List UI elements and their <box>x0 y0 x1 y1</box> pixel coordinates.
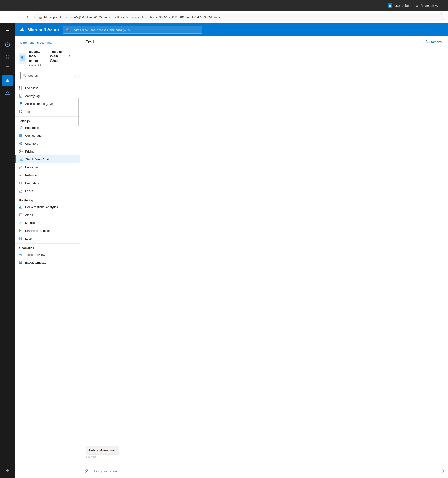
monitoring-section-header: Monitoring <box>15 196 80 203</box>
svg-point-42 <box>19 175 20 176</box>
test-web-chat-label: Test in Web Chat <box>26 158 49 161</box>
sidebar-item-configuration[interactable]: Configuration <box>15 132 80 139</box>
tags-label: Tags <box>25 110 32 113</box>
refresh-icon <box>424 40 428 44</box>
sidebar-item-logs[interactable]: Logs <box>15 235 80 243</box>
more-options-icon[interactable]: ··· <box>73 54 76 58</box>
channels-icon <box>19 141 23 145</box>
sidebar-item-test-in-web-chat[interactable]: Test in Web Chat <box>15 155 80 163</box>
favorite-icon[interactable]: ☆ <box>68 54 71 58</box>
azure-header-title: Microsoft Azure <box>27 27 59 32</box>
breadcrumb-current[interactable]: openai-bot-mma <box>30 41 52 44</box>
svg-rect-62 <box>21 239 22 240</box>
svg-rect-15 <box>19 86 20 88</box>
titlebar-content: openai-bot-mma - Microsoft Azure <box>388 3 443 8</box>
forward-button[interactable]: → <box>14 13 21 21</box>
alerts-icon <box>19 213 23 217</box>
sidebar: Home › openai-bot-mma <box>15 36 80 478</box>
svg-rect-49 <box>19 207 20 208</box>
sidebar-item-export-template[interactable]: Export template <box>15 258 80 266</box>
overview-label: Overview <box>25 86 38 90</box>
sidebar-item-encryption[interactable]: Encryption <box>15 163 80 171</box>
overview-icon <box>19 86 23 90</box>
svg-rect-18 <box>21 88 22 89</box>
sidebar-item-networking[interactable]: Networking <box>15 171 80 179</box>
test-web-chat-icon <box>19 157 24 161</box>
sidebar-item-alerts[interactable]: Alerts <box>15 211 80 219</box>
chat-message-input[interactable] <box>91 467 437 475</box>
back-button[interactable]: ← <box>4 13 11 21</box>
azure-portal-icon[interactable] <box>2 75 13 87</box>
add-icon[interactable]: + <box>2 465 13 476</box>
tags-icon <box>19 109 23 114</box>
sidebar-item-diagnostic-settings[interactable]: Diagnostic settings <box>15 227 80 235</box>
send-button[interactable] <box>439 468 444 474</box>
header-search[interactable]: 🔍 Search resources, services, and docs (… <box>63 26 202 34</box>
browser-titlebar: openai-bot-mma - Microsoft Azure <box>0 0 448 11</box>
attach-button[interactable] <box>84 469 88 473</box>
svg-marker-10 <box>5 79 10 82</box>
hamburger-icon[interactable]: ☰ <box>2 25 13 36</box>
sidebar-item-conversational-analytics[interactable]: Conversational analytics <box>15 203 80 211</box>
pricing-label: Pricing <box>25 150 34 153</box>
svg-rect-29 <box>19 135 22 136</box>
reload-button[interactable]: ↻ <box>24 13 32 21</box>
svg-rect-5 <box>8 57 9 59</box>
automation-section-header: Automation <box>15 243 80 251</box>
sidebar-item-channels[interactable]: Channels <box>15 139 80 147</box>
svg-rect-50 <box>20 206 21 208</box>
start-over-button[interactable]: Start over <box>424 40 442 44</box>
svg-point-25 <box>20 111 20 112</box>
svg-point-65 <box>20 254 20 255</box>
diagnostic-settings-icon <box>19 228 23 233</box>
chat-input-area <box>80 464 448 478</box>
configuration-icon <box>19 133 23 138</box>
sidebar-item-properties[interactable]: Properties <box>15 179 80 187</box>
access-control-label: Access control (IAM) <box>25 102 53 106</box>
copilot-icon[interactable] <box>2 39 13 50</box>
chat-area: Hello and welcome! Just now <box>80 48 448 464</box>
collapse-sidebar-btn[interactable]: « <box>74 74 80 79</box>
svg-rect-2 <box>6 55 7 57</box>
svg-rect-53 <box>19 214 22 216</box>
main-wrapper: Microsoft Azure 🔍 Search resources, serv… <box>15 23 448 478</box>
titlebar-text: openai-bot-mma - Microsoft Azure <box>394 4 443 7</box>
start-over-label: Start over <box>429 40 442 44</box>
sidebar-item-access-control[interactable]: Access control (IAM) <box>15 100 80 108</box>
breadcrumb-home[interactable]: Home <box>19 41 27 44</box>
svg-rect-47 <box>21 182 22 184</box>
address-bar[interactable]: 🔒 https://portal.azure.com/#@MngEnv34162… <box>34 13 444 21</box>
sidebar-item-activity-log[interactable]: Activity log <box>15 92 80 100</box>
networking-label: Networking <box>25 173 40 177</box>
access-control-icon <box>19 102 23 106</box>
far-left-bar: ☰ + <box>0 23 15 478</box>
pricing-icon <box>19 149 23 153</box>
diagnostic-settings-label: Diagnostic settings <box>25 229 51 233</box>
svg-point-43 <box>22 175 23 176</box>
sidebar-item-tags[interactable]: Tags <box>15 108 80 116</box>
conversational-analytics-label: Conversational analytics <box>25 205 58 209</box>
sidebar-search-placeholder: Search <box>28 74 38 77</box>
sidebar-item-tasks-preview[interactable]: Tasks (preview) <box>15 251 80 258</box>
sidebar-item-locks[interactable]: Locks <box>15 187 80 195</box>
sidebar-item-overview[interactable]: Overview <box>15 84 80 92</box>
sidebar-item-metrics[interactable]: Metrics <box>15 219 80 227</box>
ai-services-icon[interactable] <box>2 51 13 62</box>
logs-icon <box>19 236 23 241</box>
svg-rect-17 <box>19 88 20 89</box>
settings-section-header: Settings <box>15 116 80 124</box>
azure-app: ☰ + Microsoft Azure 🔍 Search r <box>0 23 448 478</box>
azure-logo-header: Microsoft Azure <box>19 27 59 32</box>
azure-header: Microsoft Azure 🔍 Search resources, serv… <box>15 23 448 36</box>
svg-point-66 <box>21 254 22 255</box>
sidebar-item-pricing[interactable]: Pricing <box>15 147 80 155</box>
sidebar-item-bot-profile[interactable]: Bot profile <box>15 124 80 132</box>
sidebar-search[interactable]: 🔍 Search <box>20 72 74 79</box>
azure-icon2[interactable] <box>2 88 13 99</box>
attach-icon <box>84 469 88 473</box>
svg-marker-11 <box>5 91 10 94</box>
configuration-label: Configuration <box>25 134 43 137</box>
properties-icon <box>19 181 23 185</box>
docs-icon[interactable] <box>2 63 13 74</box>
bot-profile-label: Bot profile <box>25 126 39 130</box>
